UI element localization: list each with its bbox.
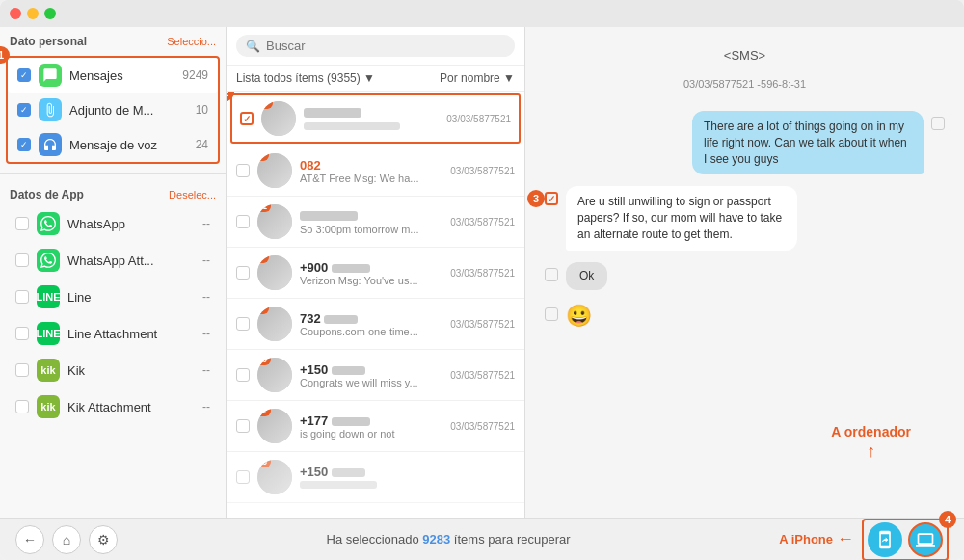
title-bar: [0, 0, 964, 27]
conv-preview-3: So 3:00pm tomorrow m...: [300, 224, 442, 235]
sidebar-item-kik[interactable]: kik Kik --: [6, 353, 220, 387]
recover-to-computer-button[interactable]: [908, 522, 943, 557]
voice-icon: [39, 133, 62, 156]
whatsapp-att-label: WhatsApp Att...: [67, 253, 195, 268]
sidebar-item-whatsapp[interactable]: WhatsApp --: [6, 206, 220, 241]
kik-attach-checkbox[interactable]: [15, 400, 29, 413]
conv-checkbox-2[interactable]: [236, 164, 250, 177]
conv-checkbox-5[interactable]: [236, 317, 250, 331]
search-input[interactable]: [266, 39, 505, 53]
list-header: Lista todos ítems (9355) ▼ Por nombre ▼: [227, 66, 524, 92]
sidebar-item-line[interactable]: LINE Line --: [6, 280, 220, 314]
conv-name-2: 082: [300, 158, 442, 173]
msg-checkbox-2[interactable]: 3: [545, 192, 558, 205]
messages-icon: [39, 64, 62, 87]
conv-item-2[interactable]: 3 082 AT&T Free Msg: We ha... 03/03/5877…: [227, 146, 524, 197]
adjunto-label: Adjunto de M...: [69, 103, 188, 118]
status-count: 9283: [422, 532, 450, 547]
line-attach-checkbox[interactable]: [15, 327, 29, 340]
whatsapp-count: --: [202, 217, 210, 230]
conv-item-8[interactable]: 25 +150: [227, 452, 524, 503]
conv-item-1[interactable]: 8 03/03/5877521: [232, 95, 519, 142]
conv-date-6: 03/03/5877521: [450, 370, 515, 381]
msg-checkbox-3[interactable]: [545, 268, 558, 281]
a-ordenador-arrow: ↑: [831, 441, 911, 462]
conv-info-6: +150 Congrats we will miss y...: [300, 362, 442, 388]
personal-data-header: Dato personal Seleccio...: [0, 27, 226, 52]
home-icon: ⌂: [63, 532, 70, 547]
msg-checkbox-1[interactable]: [931, 117, 945, 130]
deselect-action[interactable]: Deselec...: [169, 189, 216, 200]
search-icon: 🔍: [246, 40, 260, 53]
app-data-header: Datos de App Deselec...: [0, 180, 226, 205]
attach-icon: [39, 98, 62, 121]
line-icon: LINE: [37, 285, 60, 308]
conv-checkbox-4[interactable]: [236, 266, 250, 280]
sidebar-item-mensajes[interactable]: Mensajes 9249: [8, 58, 218, 93]
adjunto-count: 10: [196, 103, 208, 117]
conv-avatar-5: 4: [257, 307, 292, 341]
list-title: Lista todos ítems (9355) ▼: [236, 71, 375, 85]
search-wrapper[interactable]: 🔍: [236, 35, 515, 57]
conv-date-2: 03/03/5877521: [450, 166, 515, 176]
list-dropdown-icon[interactable]: ▼: [363, 71, 375, 85]
line-label: Line: [67, 290, 195, 305]
sidebar-item-line-attach[interactable]: LINE Line Attachment --: [6, 316, 220, 351]
sort-label[interactable]: Por nombre ▼: [440, 71, 515, 85]
conv-item-outer-1: 2 8: [227, 93, 524, 144]
home-button[interactable]: ⌂: [52, 525, 81, 554]
nav-buttons: ← ⌂ ⚙: [15, 525, 118, 554]
settings-icon: ⚙: [97, 532, 110, 547]
conv-item-6[interactable]: 10 +150 Congrats we will miss y... 03/03…: [227, 350, 524, 401]
right-panel: <SMS> 03/03/5877521 -596-8:-31 There are…: [525, 27, 964, 518]
conv-checkbox-8[interactable]: [236, 470, 250, 484]
message-2-wrapper: 3 Are u still unwilling to sign or passp…: [545, 186, 945, 250]
mensajes-checkbox[interactable]: [17, 68, 31, 82]
main-content: Dato personal Seleccio... 1 Mensajes 924…: [0, 27, 964, 518]
step4-box: 4: [862, 519, 949, 561]
conv-checkbox-1[interactable]: [240, 112, 254, 125]
msg-checkbox-4[interactable]: [545, 307, 558, 321]
recover-to-iphone-button[interactable]: [868, 522, 902, 557]
voz-label: Mensaje de voz: [69, 138, 188, 152]
conv-name-3: [300, 209, 442, 224]
settings-button[interactable]: ⚙: [89, 525, 118, 554]
conv-info-3: So 3:00pm tomorrow m...: [300, 209, 442, 235]
bottom-status: Ha seleccionado 9283 ítems para recupera…: [118, 532, 779, 547]
voz-checkbox[interactable]: [17, 138, 31, 151]
conv-checkbox-7[interactable]: [236, 419, 250, 433]
conv-name-7: +177: [300, 413, 442, 428]
conv-preview-1: [304, 120, 439, 132]
back-button[interactable]: ←: [15, 525, 44, 554]
conv-checkbox-3[interactable]: [236, 215, 250, 228]
conv-item-5[interactable]: 4 732 Coupons.com one-time... 03/03/5877…: [227, 299, 524, 350]
conv-date-7: 03/03/5877521: [450, 421, 515, 432]
whatsapp-checkbox[interactable]: [15, 217, 29, 230]
sidebar-item-kik-attach[interactable]: kik Kik Attachment --: [6, 389, 220, 424]
message-4: 😀: [545, 302, 945, 332]
conv-info-7: +177 is going down or not: [300, 413, 442, 440]
whatsapp-att-checkbox[interactable]: [15, 253, 29, 267]
a-ordenador-label: A ordenador: [831, 424, 911, 440]
conv-item-3[interactable]: 11 So 3:00pm tomorrow m... 03/03/5877521: [227, 197, 524, 248]
message-1: There are a lot of things going on in my…: [545, 111, 945, 174]
select-action[interactable]: Seleccio...: [167, 36, 216, 47]
conv-preview-8: [300, 479, 515, 491]
line-checkbox[interactable]: [15, 290, 29, 304]
status-suffix: ítems para recuperar: [450, 532, 570, 547]
a-iphone-label: A iPhone: [779, 532, 833, 547]
sidebar-item-whatsapp-att[interactable]: WhatsApp Att... --: [6, 243, 220, 278]
maximize-button[interactable]: [44, 8, 56, 19]
minimize-button[interactable]: [27, 8, 39, 19]
kik-checkbox[interactable]: [15, 363, 29, 377]
sidebar-item-adjunto[interactable]: Adjunto de M... 10: [8, 93, 218, 127]
sidebar-item-voz[interactable]: Mensaje de voz 24: [8, 127, 218, 162]
close-button[interactable]: [10, 8, 21, 19]
sms-header: <SMS>: [545, 37, 945, 67]
conv-checkbox-6[interactable]: [236, 368, 250, 382]
conv-item-4[interactable]: 3 +900 Verizon Msg: You've us... 03/03/5…: [227, 248, 524, 299]
status-text: Ha seleccionado: [327, 532, 423, 547]
conv-item-7[interactable]: 61 +177 is going down or not 03/03/58775…: [227, 401, 524, 452]
adjunto-checkbox[interactable]: [17, 103, 31, 117]
conv-avatar-4: 3: [257, 255, 292, 290]
